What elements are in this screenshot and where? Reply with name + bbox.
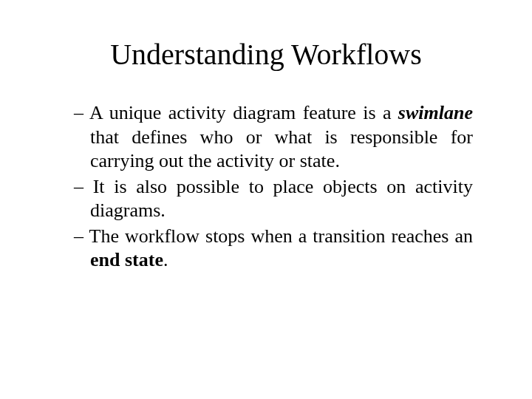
list-item: – It is also possible to place objects o… <box>74 175 473 223</box>
bullet-dash: – <box>74 225 89 247</box>
bullet-text-pre: It is also possible to place objects on … <box>90 176 473 222</box>
bullet-text-pre: A unique activity diagram feature is a <box>89 102 398 123</box>
emphasis-swimlane: swimlane <box>398 102 473 123</box>
page-title: Understanding Workflows <box>59 37 473 72</box>
list-item: – The workflow stops when a transition r… <box>74 225 473 273</box>
bullet-text-post: that defines who or what is responsible … <box>90 126 473 172</box>
bullet-dash: – <box>74 176 93 197</box>
bullet-text-post: . <box>163 249 168 270</box>
bullet-dash: – <box>74 102 89 123</box>
list-item: – A unique activity diagram feature is a… <box>74 101 473 174</box>
bullet-text-pre: The workflow stops when a transition rea… <box>89 225 473 247</box>
bullet-list: – A unique activity diagram feature is a… <box>59 101 473 273</box>
emphasis-end-state: end state <box>90 249 163 270</box>
